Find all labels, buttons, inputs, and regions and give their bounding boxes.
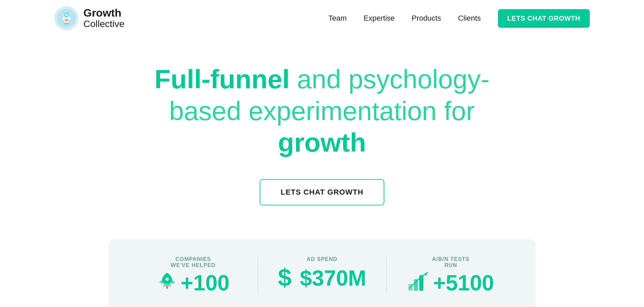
stat-companies-value-area: +100 <box>157 271 229 295</box>
brand-sub: Collective <box>83 19 124 29</box>
rocket-icon <box>157 271 177 295</box>
stat-label-abtests: A/B/n TESTSRUN <box>432 256 470 268</box>
hero-title: Full-funnel and psychology-based experim… <box>155 64 489 159</box>
hero-title-growth: growth <box>155 127 489 159</box>
dollar-icon: $ <box>278 265 297 291</box>
stat-label-adspend: AD SPEND <box>307 256 338 262</box>
nav-cta-button[interactable]: LETS CHAT GROWTH <box>498 9 590 28</box>
nav-item-team[interactable]: Team <box>328 14 347 23</box>
svg-point-3 <box>65 14 68 17</box>
svg-point-10 <box>67 23 69 24</box>
brand-name: Growth <box>83 7 124 19</box>
stat-number-adspend: $370M <box>300 267 366 289</box>
navbar: Growth Collective Team Expertise Product… <box>0 0 644 37</box>
hero-cta-button[interactable]: LETS CHAT GROWTH <box>260 179 384 205</box>
hero-section: Full-funnel and psychology-based experim… <box>0 37 644 226</box>
stat-item-companies: COMPANIESWE'VE HELPED +100 <box>129 253 258 298</box>
nav-item-products[interactable]: Products <box>412 14 441 23</box>
logo-svg <box>57 9 76 28</box>
stat-number-abtests: +5100 <box>433 272 494 294</box>
stat-adspend-value-area: $ $370M <box>278 265 366 291</box>
stats-section: COMPANIESWE'VE HELPED +100 AD SPEND $ <box>108 239 536 307</box>
logo-icon <box>54 6 79 30</box>
stat-number-companies: +100 <box>181 272 229 294</box>
nav-links: Team Expertise Products Clients LETS CHA… <box>328 9 590 28</box>
hero-title-bold: Full-funnel <box>155 64 290 94</box>
stat-abtests-value-area: +5100 <box>408 271 494 295</box>
nav-item-expertise[interactable]: Expertise <box>364 14 395 23</box>
svg-point-9 <box>64 23 66 24</box>
stat-label-companies: COMPANIESWE'VE HELPED <box>171 256 216 268</box>
svg-point-11 <box>165 278 169 281</box>
stat-item-adspend: AD SPEND $ $370M <box>258 253 386 298</box>
logo-text: Growth Collective <box>83 7 124 29</box>
chart-icon <box>408 271 430 295</box>
logo[interactable]: Growth Collective <box>54 6 124 30</box>
stat-item-abtests: A/B/n TESTSRUN +5100 <box>386 253 515 298</box>
svg-text:$: $ <box>278 265 291 288</box>
nav-item-clients[interactable]: Clients <box>458 14 481 23</box>
